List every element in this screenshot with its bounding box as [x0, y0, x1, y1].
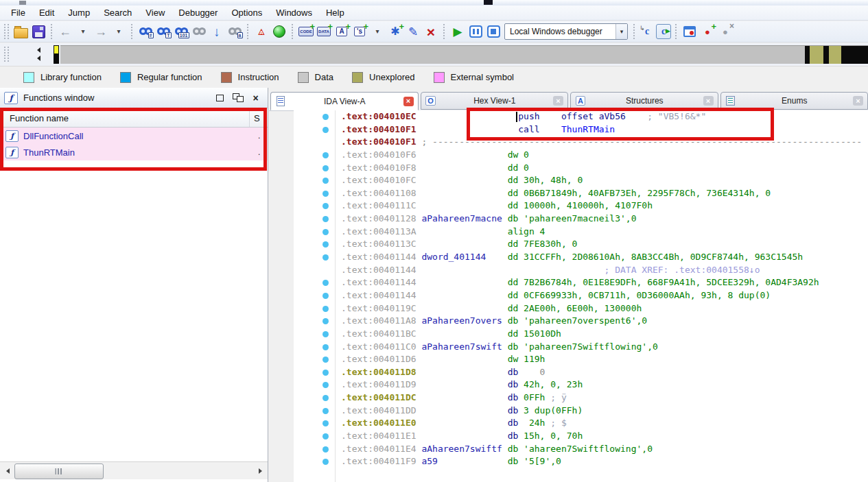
create-name-icon[interactable]: A+ [333, 23, 350, 40]
debugger-select[interactable]: Local Windows debugger▾ [504, 23, 628, 40]
forward-icon[interactable]: → [93, 23, 109, 40]
toolbar-drag-handle[interactable] [4, 24, 9, 39]
navigation-band[interactable] [60, 45, 868, 64]
listing-line[interactable]: .text:004010F1 ; -----------------------… [294, 136, 868, 149]
maximize-button[interactable] [214, 93, 226, 103]
search-lock-icon[interactable]: a [226, 23, 243, 40]
listing-line[interactable]: .text:004011DC db 0FFh ; ÿ [294, 391, 868, 405]
create-string-icon[interactable]: 's+ [351, 23, 368, 40]
forward-dropdown-icon[interactable]: ▾ [110, 23, 127, 40]
scroll-left-button[interactable] [1, 463, 14, 478]
add-breakpoint-icon[interactable]: ●+ [699, 23, 716, 40]
listing-line[interactable]: .text:004011E0 db 24h ; $ [294, 417, 868, 430]
listing-line[interactable]: .text:0040111C dd 10000h, 410000h, 4107F… [294, 200, 868, 213]
listing-line[interactable]: .text:004011D8 db 0 [294, 366, 868, 379]
listing-line[interactable]: .text:004011E1 db 15h, 0, 70h [294, 430, 868, 443]
create-c-file-icon[interactable]: ↳c [640, 24, 655, 39]
navband-unexplored-stripe[interactable] [810, 46, 823, 64]
horizontal-scrollbar[interactable] [0, 461, 268, 479]
start-process-icon[interactable]: ▶ [449, 23, 466, 40]
listing-line[interactable]: .text:0040119C dd 2AE00h, 6E00h, 130000h [294, 302, 868, 315]
listing-line[interactable]: .text:004010F8 dd 0 [294, 162, 868, 175]
listing-line[interactable]: .text:0040113C dd 7FE830h, 0 [294, 238, 868, 251]
tab-structures[interactable]: AStructures× [570, 92, 718, 110]
menu-item-edit[interactable]: Edit [32, 6, 61, 19]
menu-item-view[interactable]: View [139, 6, 172, 19]
menu-item-search[interactable]: Search [97, 6, 139, 19]
back-dropdown-icon[interactable]: ▾ [75, 23, 91, 40]
delete-function-icon[interactable]: × [423, 23, 439, 40]
tab-ida-view-a[interactable]: IDA View-A× [270, 92, 419, 110]
listing-line[interactable]: .text:004010FC dd 30h, 48h, 0 [294, 174, 868, 187]
menu-item-file[interactable]: File [4, 6, 32, 19]
menu-item-windows[interactable]: Windows [269, 6, 319, 19]
listing-line[interactable]: .text:004011DD db 3 dup(0FFh) [294, 405, 868, 418]
listing-line[interactable]: .text:004011C0 aPahareen7swift db 'pahar… [294, 341, 868, 354]
navband-unexplored-stripe[interactable] [829, 46, 841, 64]
disassembly-listing[interactable]: .text:004010EC push offset aVb56 ; "VB5!… [294, 110, 868, 482]
listing-line[interactable]: .text:004011D9 db 42h, 0, 23h [294, 378, 868, 391]
listing-line[interactable]: .text:00401108 dd 0B6B71849h, 40AFB73Eh,… [294, 187, 868, 200]
listing-line[interactable]: .text:004010EC push offset aVb56 ; "VB5!… [294, 110, 868, 123]
menu-item-help[interactable]: Help [319, 6, 351, 19]
tab-enums[interactable]: Enums× [720, 92, 868, 110]
float-button[interactable] [232, 93, 244, 103]
tab-hex-view-1[interactable]: OHex View-1× [421, 92, 569, 110]
tab-close-icon[interactable]: × [853, 96, 863, 106]
c-pseudocode-icon[interactable]: c▶ [656, 24, 671, 39]
create-data-icon[interactable]: DATA+ [316, 23, 332, 40]
breakpoint-list-icon[interactable] [681, 23, 698, 40]
search-next-icon[interactable] [191, 23, 207, 40]
listing-line[interactable]: .text:00401144 dd 7B2B6784h, 0E1E8E9DFh,… [294, 276, 868, 289]
string-dropdown-icon[interactable]: ▾ [369, 23, 386, 40]
create-code-icon[interactable]: CODE+ [298, 23, 314, 40]
status-ball-icon[interactable] [271, 23, 288, 40]
asterisk-plus-icon[interactable]: ✱+ [387, 23, 403, 40]
listing-line[interactable]: .text:004010F1 call ThunRTMain [294, 123, 868, 136]
column-header-segment[interactable]: S [250, 113, 268, 123]
navband-down-arrow-icon[interactable] [37, 56, 40, 61]
close-button[interactable]: × [250, 93, 261, 103]
column-header-function-name[interactable]: Function name [0, 113, 249, 123]
listing-line[interactable]: .text:0040113A align 4 [294, 226, 868, 239]
delete-breakpoint-icon[interactable]: ●× [717, 23, 734, 40]
navband-position-marker[interactable] [54, 45, 59, 64]
search-immediate-icon[interactable]: # [137, 23, 154, 40]
back-icon[interactable]: ← [57, 23, 73, 40]
navband-up-arrow-icon[interactable] [37, 47, 40, 53]
listing-line[interactable]: .text:004011D6 dw 119h [294, 353, 868, 366]
listing-line[interactable]: .text:004011E4 aAhareen7swiftf db 'ahare… [294, 443, 868, 456]
stop-process-icon[interactable] [485, 23, 502, 40]
tab-close-icon[interactable]: × [553, 96, 563, 106]
listing-line[interactable]: .text:004011BC dd 15010Dh [294, 328, 868, 341]
listing-line[interactable]: .text:00401144 dword_401144 dd 31CCFFh, … [294, 251, 868, 264]
tab-close-icon[interactable]: × [403, 97, 414, 106]
menu-item-options[interactable]: Options [224, 6, 269, 19]
toolbar-drag-handle[interactable] [4, 47, 9, 62]
listing-line[interactable]: .text:00401144 dd 0CF669933h, 0CB711h, 0… [294, 289, 868, 302]
open-file-icon[interactable] [12, 23, 29, 40]
edit-function-icon[interactable]: ✎ [405, 23, 421, 40]
menu-item-jump[interactable]: Jump [61, 6, 97, 19]
search-text-icon[interactable]: T [155, 23, 172, 40]
listing-line[interactable]: .text:00401144 ; DATA XREF: .text:004015… [294, 264, 868, 277]
toolbar-separator [51, 24, 53, 39]
tab-close-icon[interactable]: × [703, 96, 714, 106]
functions-window-titlebar[interactable]: ƒ Functions window × [0, 88, 268, 108]
listing-line[interactable]: .text:00401128 aPahareen7macne db 'pahar… [294, 213, 868, 226]
listing-line[interactable]: .text:004011F9 a59 db '5[9',0 [294, 455, 868, 468]
scrollbar-thumb[interactable] [14, 463, 104, 479]
listing-line[interactable]: .text:004010F6 dw 0 [294, 149, 868, 162]
functions-list-header[interactable]: Function name S [0, 110, 268, 128]
search-sequence-icon[interactable]: 101 [173, 23, 189, 40]
chevron-down-icon[interactable]: ▾ [615, 24, 627, 39]
jump-address-icon[interactable]: ↓ [209, 23, 225, 40]
listing-line[interactable]: .text:004011A8 aPahareen7overs db 'pahar… [294, 315, 868, 328]
scroll-right-button[interactable] [254, 463, 266, 478]
save-icon[interactable] [30, 23, 47, 40]
function-row-thunrtmain[interactable]: ƒThunRTMain. [0, 144, 268, 160]
problems-icon[interactable]: ▲A [253, 23, 270, 40]
menu-item-debugger[interactable]: Debugger [172, 6, 224, 19]
function-row-dllfunctioncall[interactable]: ƒDllFunctionCall. [0, 128, 268, 144]
pause-process-icon[interactable] [467, 23, 484, 40]
